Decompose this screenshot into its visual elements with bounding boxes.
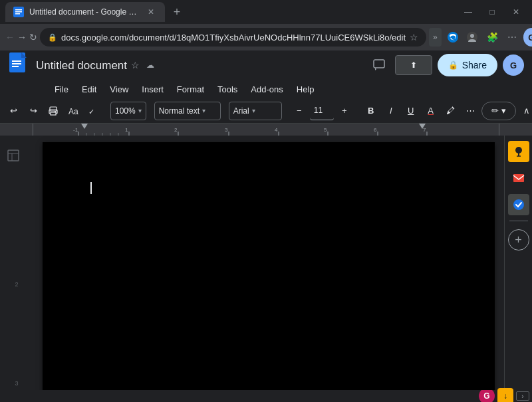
style-dropdown[interactable]: Normal text ▾: [154, 102, 221, 120]
svg-rect-11: [374, 60, 384, 68]
italic-button[interactable]: I: [382, 102, 400, 120]
svg-rect-39: [8, 150, 19, 161]
text-cursor: [90, 182, 92, 194]
menu-tools[interactable]: Tools: [211, 80, 244, 98]
docs-header-right: ⬆ 🔒 Share G: [368, 54, 524, 76]
collapse-toolbar-button[interactable]: ∧: [517, 102, 532, 120]
back-button[interactable]: ←: [5, 28, 15, 47]
keep-icon-btn[interactable]: [508, 141, 529, 162]
scroll-down-icon: ↓: [503, 391, 507, 401]
extensions-chevron-icon: »: [433, 33, 438, 42]
address-text: docs.google.com/document/d/18qMO1TfiyXsb…: [61, 33, 406, 43]
tab-close-button[interactable]: ✕: [145, 6, 157, 18]
user-avatar-btn[interactable]: G: [523, 28, 532, 47]
highlight-button[interactable]: 🖍: [442, 102, 460, 120]
spell-check-icon: ✓: [88, 106, 98, 116]
gmail-icon: [513, 172, 525, 184]
user-avatar[interactable]: G: [503, 54, 524, 76]
star-icon[interactable]: ☆: [131, 60, 140, 70]
close-button[interactable]: ✕: [505, 3, 527, 21]
refresh-icon: ↻: [29, 32, 37, 43]
menu-help[interactable]: Help: [290, 80, 321, 98]
profile-icon-btn[interactable]: [464, 28, 481, 47]
decrease-font-button[interactable]: −: [290, 102, 309, 120]
print-button[interactable]: [44, 102, 63, 120]
share-lock-icon: 🔒: [448, 60, 458, 70]
toolbar-right: ✏ ▾ ∧: [481, 102, 532, 120]
ellipsis-icon: ⋯: [507, 32, 517, 43]
pen-chevron-icon: ▾: [501, 106, 506, 116]
docs-header: Untitled document ☆ ☁ ⬆ 🔒 Share: [0, 50, 532, 80]
svg-rect-12: [50, 107, 57, 111]
redo-button[interactable]: ↪: [24, 102, 43, 120]
spell-check-button[interactable]: ✓: [84, 102, 102, 120]
underline-button[interactable]: U: [402, 102, 420, 120]
add-sidebar-button[interactable]: +: [508, 229, 529, 251]
zoom-dropdown[interactable]: 100% ▾: [110, 102, 146, 120]
maximize-button[interactable]: □: [481, 3, 503, 21]
svg-text:6: 6: [374, 127, 377, 133]
tasks-icon: [513, 199, 525, 211]
edge-icon-btn[interactable]: [444, 28, 462, 47]
doc-page[interactable]: [43, 142, 495, 390]
tab-favicon-icon: [13, 7, 24, 17]
menu-insert[interactable]: Insert: [135, 80, 170, 98]
active-tab[interactable]: Untitled document - Google Doc... ✕: [5, 2, 165, 22]
doc-left-margin: 2 3: [0, 136, 33, 390]
share-button[interactable]: 🔒 Share: [438, 54, 497, 76]
back-icon: ←: [5, 32, 15, 43]
scroll-right-button[interactable]: ›: [516, 391, 529, 401]
cloud-save-icon: ☁: [146, 61, 154, 69]
more-options-button[interactable]: ⋯: [462, 102, 480, 120]
greasemonkey-icon-btn[interactable]: G: [479, 388, 495, 402]
last-edit-button[interactable]: ⬆: [395, 55, 432, 75]
scroll-to-bottom-button[interactable]: ↓: [497, 388, 513, 402]
clock-icon: ⬆: [410, 60, 417, 70]
refresh-button[interactable]: ↻: [29, 28, 37, 47]
font-size-dropdown[interactable]: 11: [310, 102, 334, 120]
pen-icon: ✏: [491, 106, 499, 116]
svg-point-15: [55, 111, 56, 112]
increase-font-icon: +: [342, 106, 347, 116]
comment-icon-btn[interactable]: [368, 54, 390, 76]
svg-rect-10: [12, 66, 19, 67]
svg-text:5: 5: [324, 127, 327, 133]
font-dropdown[interactable]: Arial ▾: [229, 102, 282, 120]
new-tab-button[interactable]: +: [168, 3, 186, 21]
tasks-icon-btn[interactable]: [508, 194, 529, 215]
layout-icon: [7, 149, 20, 165]
svg-text:✓: ✓: [88, 108, 94, 116]
right-arrow-icon: ›: [521, 393, 523, 400]
menu-addons[interactable]: Add-ons: [244, 80, 289, 98]
close-icon: ✕: [513, 7, 519, 17]
document-title[interactable]: Untitled document: [36, 60, 127, 71]
gmail-icon-btn[interactable]: [508, 167, 529, 189]
menu-file[interactable]: File: [48, 80, 75, 98]
extensions-icon-btn[interactable]: »: [429, 28, 442, 47]
minimize-button[interactable]: —: [458, 3, 479, 21]
bookmark-icon: ☆: [410, 32, 418, 43]
right-sidebar: +: [504, 136, 532, 390]
color-button[interactable]: A: [422, 102, 440, 120]
menu-edit[interactable]: Edit: [75, 80, 103, 98]
address-box[interactable]: 🔒 docs.google.com/document/d/18qMO1TfiyX…: [40, 28, 426, 47]
zoom-chevron-icon: ▾: [138, 107, 142, 114]
extensions-button[interactable]: 🧩: [483, 28, 501, 47]
doc-scroll-area[interactable]: [33, 136, 504, 390]
paint-format-button[interactable]: Aa: [64, 102, 82, 120]
menu-view[interactable]: View: [103, 80, 135, 98]
sidebar-divider: [509, 221, 528, 221]
svg-text:-1: -1: [73, 127, 78, 133]
menu-format[interactable]: Format: [170, 80, 211, 98]
undo-button[interactable]: ↩: [4, 102, 23, 120]
greasemonkey-icon: G: [483, 391, 489, 401]
settings-button[interactable]: ⋯: [503, 28, 521, 47]
forward-button[interactable]: →: [17, 28, 27, 47]
svg-rect-2: [15, 11, 22, 13]
print-icon: [48, 106, 59, 116]
increase-font-button[interactable]: +: [335, 102, 354, 120]
docs-title-row: Untitled document ☆ ☁: [36, 60, 362, 71]
bold-button[interactable]: B: [362, 102, 380, 120]
pen-color-button[interactable]: ✏ ▾: [481, 102, 516, 120]
italic-icon: I: [390, 106, 392, 116]
